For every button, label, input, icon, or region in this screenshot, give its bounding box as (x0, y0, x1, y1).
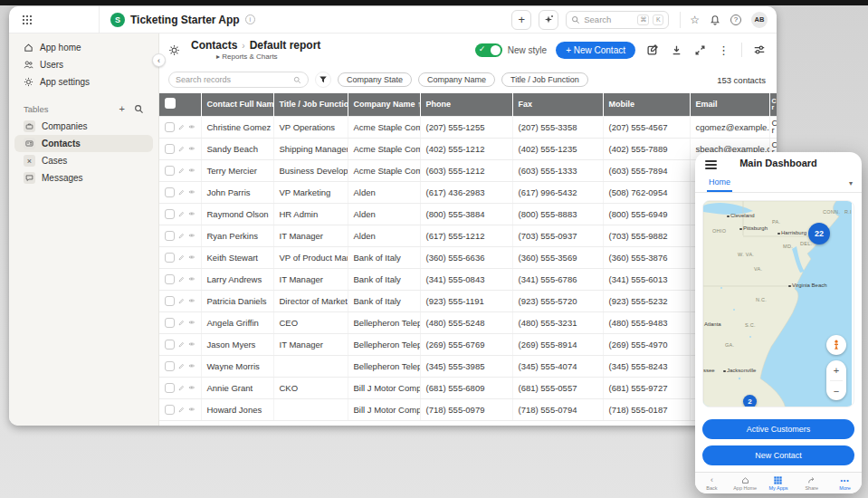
edit-pencil-icon[interactable] (178, 209, 185, 219)
apps-grid-icon[interactable] (22, 14, 33, 25)
tab-caret-icon[interactable]: ▾ (849, 179, 853, 187)
table-row[interactable]: Patricia DanielsDirector of MarketingBan… (159, 290, 777, 311)
view-eye-icon[interactable] (188, 252, 196, 263)
table-row[interactable]: Terry MercierBusiness DevelopmentAcme St… (159, 159, 777, 181)
edit-pencil-icon[interactable] (178, 405, 185, 415)
filter-chip-company-state[interactable]: Company State (338, 72, 412, 87)
table-row[interactable]: Jason MyersIT ManagerBellepheron Telepho… (159, 333, 777, 355)
row-checkbox[interactable] (165, 253, 175, 263)
cell-company-link[interactable]: Bank of Italy (348, 246, 420, 268)
table-row[interactable]: Annie GrantCKOBill J Motor Company(681) … (159, 377, 777, 398)
view-eye-icon[interactable] (188, 143, 196, 154)
filter-funnel-icon[interactable] (315, 72, 331, 88)
sidebar-item-contacts[interactable]: Contacts (14, 135, 153, 152)
edit-pencil-icon[interactable] (178, 383, 185, 393)
sidebar-item-messages[interactable]: Messages (14, 169, 153, 187)
table-row[interactable]: Christine GomezVP OperationsAcme Staple … (159, 116, 777, 138)
cell-company-link[interactable]: Bill J Motor Company (348, 398, 420, 420)
view-eye-icon[interactable] (188, 165, 196, 176)
view-eye-icon[interactable] (188, 295, 196, 306)
row-checkbox[interactable] (165, 361, 175, 371)
report-gear-icon[interactable] (168, 44, 180, 56)
cell-company-link[interactable]: Bank of Italy (348, 268, 420, 290)
search-tables-icon[interactable] (134, 104, 144, 114)
sidebar-item-app-home[interactable]: App home (14, 39, 153, 56)
view-eye-icon[interactable] (188, 273, 196, 284)
more-menu-icon[interactable]: ⋮ (718, 43, 730, 57)
sidebar-item-app-settings[interactable]: App settings (14, 73, 153, 91)
view-eye-icon[interactable] (188, 121, 196, 132)
sidebar-item-cases[interactable]: × Cases (14, 152, 153, 169)
sidebar-collapse-button[interactable]: ‹ (152, 53, 166, 67)
new-contact-button[interactable]: + New Contact (556, 42, 635, 59)
table-row[interactable]: Larry AndrewsIT ManagerBank of Italy(341… (159, 268, 777, 290)
row-checkbox[interactable] (165, 340, 175, 350)
cell-company-link[interactable]: Alden (348, 225, 420, 246)
table-row[interactable]: Raymond OlsonHR AdminAlden(800) 555-3884… (159, 203, 777, 225)
breadcrumb-default-report[interactable]: Default report (250, 39, 321, 52)
zoom-in-button[interactable]: + (826, 360, 846, 380)
cell-company-link[interactable]: Alden (348, 181, 420, 203)
table-row[interactable]: Ryan PerkinsIT ManagerAlden(617) 555-121… (159, 225, 777, 246)
expand-icon[interactable] (694, 44, 706, 56)
hamburger-menu-icon[interactable] (705, 160, 717, 169)
table-row[interactable]: Howard JonesBill J Motor Company(718) 55… (159, 398, 777, 420)
view-eye-icon[interactable] (188, 208, 196, 219)
edit-pencil-icon[interactable] (178, 274, 185, 284)
table-row[interactable]: Wayne MorrisBellepheron Telephone(345) 5… (159, 355, 777, 377)
add-table-icon[interactable]: + (119, 103, 125, 114)
new-contact-panel-button[interactable]: New Contact (702, 445, 854, 465)
edit-pencil-icon[interactable] (178, 144, 185, 154)
cell-company-link[interactable]: Bank of Italy (348, 290, 420, 311)
map[interactable]: ClevelandPA.CONN.R.IPittsburghOHIOHarris… (702, 200, 854, 407)
row-checkbox[interactable] (165, 274, 175, 284)
nav-back[interactable]: ‹ Back (695, 473, 729, 493)
table-row[interactable]: John ParrisVP MarketingAlden(617) 436-29… (159, 181, 777, 203)
reports-charts-label[interactable]: Reports & Charts (222, 53, 277, 61)
download-icon[interactable] (671, 44, 682, 56)
view-eye-icon[interactable] (188, 404, 196, 415)
bell-icon[interactable] (710, 14, 720, 25)
zoom-out-button[interactable]: − (826, 381, 846, 401)
tab-home[interactable]: Home (707, 177, 732, 192)
col-title-job-function[interactable]: Title / Job Function (273, 93, 348, 116)
row-checkbox[interactable] (165, 187, 175, 197)
row-checkbox[interactable] (165, 383, 175, 393)
cell-company-link[interactable]: Bellepheron Telephone (348, 355, 420, 377)
filter-chip-title-job[interactable]: Title / Job Function (501, 72, 588, 87)
global-search-input[interactable]: Search ⌘ K (566, 11, 669, 29)
nav-share[interactable]: Share (795, 473, 828, 493)
filter-chip-company-name[interactable]: Company Name (418, 72, 495, 87)
cell-company-link[interactable]: Bellepheron Telephone (348, 333, 420, 355)
map-cluster-badge[interactable]: 2 (743, 395, 757, 407)
col-company-name-sorted[interactable]: Company Name ↑ (348, 93, 420, 116)
avatar[interactable]: AB (751, 12, 768, 28)
view-eye-icon[interactable] (188, 187, 196, 197)
row-checkbox[interactable] (165, 318, 175, 328)
row-checkbox[interactable] (165, 209, 175, 219)
active-customers-button[interactable]: Active Customers (702, 419, 854, 439)
col-fax[interactable]: Fax (512, 93, 603, 116)
view-eye-icon[interactable] (188, 339, 196, 350)
table-row[interactable]: Angela GriffinCEOBellepheron Telephone(4… (159, 311, 777, 333)
nav-app-home[interactable]: App Home (729, 473, 762, 493)
col-mobile[interactable]: Mobile (603, 93, 690, 116)
select-all-checkbox[interactable] (165, 98, 176, 109)
edit-pencil-icon[interactable] (178, 318, 185, 328)
edit-pencil-icon[interactable] (178, 296, 185, 306)
info-icon[interactable]: i (245, 14, 255, 24)
edit-pencil-icon[interactable] (178, 187, 185, 197)
view-eye-icon[interactable] (188, 360, 196, 371)
cell-company-link[interactable]: Alden (348, 203, 420, 225)
col-phone[interactable]: Phone (420, 93, 512, 116)
col-contact-full-name[interactable]: Contact Full Name (201, 93, 273, 116)
star-icon[interactable]: ☆ (690, 14, 700, 26)
row-checkbox[interactable] (165, 296, 175, 306)
edit-pencil-icon[interactable] (178, 253, 185, 263)
table-row[interactable]: Sandy BeachShipping ManagerAcme Staple C… (159, 138, 777, 159)
row-checkbox[interactable] (165, 405, 175, 415)
row-checkbox[interactable] (165, 231, 175, 241)
help-icon[interactable]: ? (730, 14, 741, 25)
view-eye-icon[interactable] (188, 317, 196, 328)
new-style-toggle[interactable]: ✓ (475, 43, 502, 57)
